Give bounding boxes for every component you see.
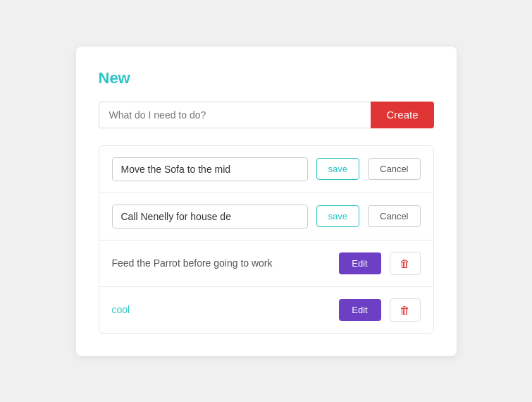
task-3-edit-button[interactable]: Edit	[339, 252, 381, 274]
task-item-4: cool Edit 🗑	[99, 287, 433, 333]
task-item-1: save Cancel	[99, 146, 433, 193]
trash-icon-4: 🗑	[400, 304, 410, 316]
create-button[interactable]: Create	[371, 102, 433, 128]
task-item-3: Feed the Parrot before going to work Edi…	[99, 240, 433, 287]
tasks-list: save Cancel save Cancel Feed the Parrot …	[99, 145, 434, 334]
trash-icon: 🗑	[400, 257, 410, 269]
page-title: New	[99, 69, 434, 87]
task-1-save-button[interactable]: save	[316, 158, 359, 180]
task-1-cancel-button[interactable]: Cancel	[368, 158, 420, 180]
main-card: New Create save Cancel save Cancel Feed …	[76, 47, 457, 356]
task-4-label: cool	[112, 304, 330, 315]
task-2-cancel-button[interactable]: Cancel	[368, 205, 420, 227]
task-2-input[interactable]	[112, 205, 308, 229]
new-task-input[interactable]	[99, 102, 371, 128]
task-4-delete-button[interactable]: 🗑	[390, 298, 421, 322]
task-4-edit-button[interactable]: Edit	[339, 299, 381, 321]
task-2-save-button[interactable]: save	[316, 205, 359, 227]
task-3-delete-button[interactable]: 🗑	[390, 252, 421, 275]
task-3-label: Feed the Parrot before going to work	[112, 257, 330, 269]
task-1-input[interactable]	[112, 157, 308, 181]
new-task-row: Create	[99, 102, 434, 128]
task-item-2: save Cancel	[99, 193, 433, 240]
